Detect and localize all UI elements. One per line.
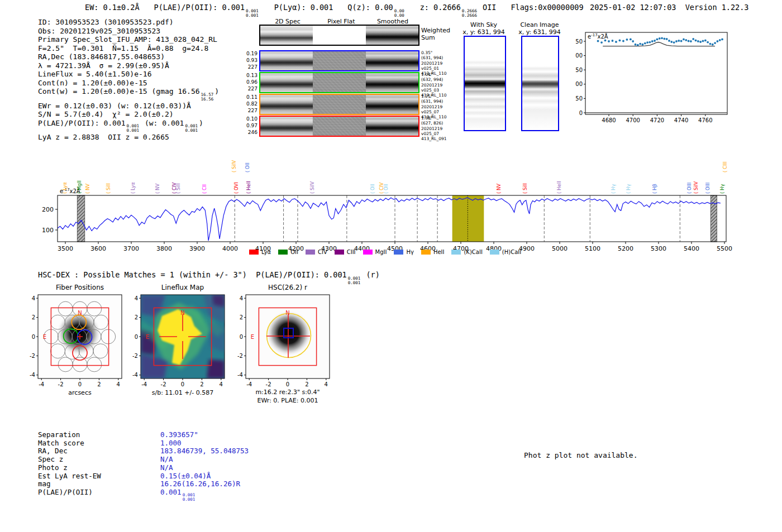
legend-item: CIII bbox=[335, 249, 356, 255]
data-point bbox=[688, 40, 690, 42]
hsc-caption-1: m:16.2 re:2.3" s:0.4" bbox=[255, 389, 320, 396]
x-tick-label: 3900 bbox=[189, 245, 205, 252]
inset-y-tick: 50 bbox=[575, 95, 583, 102]
north-label: N bbox=[180, 310, 184, 316]
match-table-row: P(LAE)/P(OII)0.0010.0010.001 bbox=[38, 488, 249, 502]
panel-y-tick: 4 bbox=[32, 295, 35, 301]
legend-item: Hγ bbox=[394, 249, 413, 255]
emission-line-label: ( OII bbox=[245, 162, 250, 172]
data-point bbox=[675, 40, 678, 42]
report-header-stats: EW: 0.1±0.2ÅP(LAE)/P(OII): 0.0010.0010.0… bbox=[85, 3, 598, 18]
legend-swatch bbox=[335, 250, 344, 255]
inset-y-tick: 200 bbox=[575, 52, 583, 59]
inset-y-tick: 0 bbox=[579, 110, 583, 116]
info-line: LineFlux = 5.40(±1.50)e-16 bbox=[38, 70, 219, 79]
lineflux-map-panel: Lineflux Map-4-4-2-2002244NEs/b: 11.01 +… bbox=[125, 282, 237, 401]
emission-line-label: ( OVI bbox=[233, 182, 239, 194]
emission-line-label: ( SiII bbox=[175, 183, 181, 194]
panel-y-tick: 0 bbox=[32, 334, 35, 340]
legend-item: (K)CaII bbox=[451, 249, 482, 255]
stacked-fraction: 0.0010.001 bbox=[348, 276, 361, 285]
inset-x-tick: 4680 bbox=[602, 117, 616, 123]
match-row-label: mag bbox=[38, 480, 160, 488]
panel-y-tick: 2 bbox=[135, 314, 138, 320]
inset-y-tick: 250 bbox=[575, 39, 583, 45]
data-point bbox=[668, 40, 670, 42]
info-line: λ = 4721.39Å σ = 2.99(±0.95)Å bbox=[38, 61, 219, 70]
data-point bbox=[651, 40, 654, 42]
panel-y-tick: -2 bbox=[237, 353, 243, 359]
hsc-cutout-panel: HSC(26.2) r-4-4-2-2002244NEm:16.2 re:2.3… bbox=[230, 282, 342, 409]
panel-x-tick: -4 bbox=[246, 381, 252, 387]
legend-item: Lyα bbox=[249, 249, 271, 255]
inset-unit-label: e-17x2Å bbox=[588, 33, 608, 40]
info-line: F=2.5" T=0.301 N̄=1.15 Ā=0.88 g=24.8 bbox=[38, 44, 219, 53]
emission-line-label: ( HeII bbox=[246, 181, 251, 194]
cutout-smoothimg bbox=[366, 117, 418, 136]
photz-note: Phot z plot not available. bbox=[524, 451, 638, 459]
stacked-fraction: 0.000.00 bbox=[394, 9, 404, 18]
emission-line-label: ( SiII bbox=[106, 183, 111, 194]
inset-y-tick: 150 bbox=[575, 67, 583, 73]
data-point bbox=[717, 40, 719, 42]
panel-title: Fiber Positions bbox=[56, 284, 104, 291]
info-line: EWr = 0.12(±0.03) (w: 0.12(±0.03))Å bbox=[38, 102, 219, 111]
match-row-value: 0.15(±0.04)Å bbox=[160, 472, 211, 481]
y-tick-label: 200 bbox=[42, 206, 54, 213]
match-row-value: 0.393657" bbox=[160, 431, 198, 439]
data-point bbox=[649, 41, 651, 44]
data-point bbox=[637, 44, 639, 46]
data-point bbox=[619, 40, 621, 42]
cutout-row-images bbox=[259, 94, 419, 115]
panel-y-tick: -4 bbox=[237, 372, 243, 378]
report-datetime: 2025-01-02 12:07:03 bbox=[590, 3, 676, 12]
data-point bbox=[659, 37, 661, 40]
match-row-value: 183.846739, 55.048753 bbox=[160, 447, 249, 456]
data-point bbox=[666, 38, 668, 40]
data-point bbox=[719, 39, 721, 41]
inset-x-tick: 4760 bbox=[698, 117, 712, 123]
panel-xlabel: arcsecs bbox=[68, 389, 92, 396]
emission-line-label: ( HeII bbox=[556, 181, 562, 194]
match-row-label: RA, Dec bbox=[38, 447, 160, 456]
inset-x-tick: 4720 bbox=[650, 117, 664, 123]
legend-swatch bbox=[278, 250, 288, 255]
data-point bbox=[680, 40, 683, 42]
cutout-row-images bbox=[259, 72, 419, 93]
panel-y-tick: 2 bbox=[32, 314, 35, 320]
emission-line-label: ( OII bbox=[383, 184, 389, 194]
header-stat: EW: 0.1±0.2Å bbox=[85, 3, 140, 12]
x-tick-label: 5300 bbox=[651, 245, 666, 252]
panel-x-tick: 2 bbox=[97, 381, 101, 387]
match-row-value: N/A bbox=[160, 464, 173, 472]
stacked-fraction: 0.0010.001 bbox=[183, 493, 196, 502]
emission-line-label: ( SiIV bbox=[693, 181, 699, 194]
legend-swatch bbox=[249, 250, 259, 255]
x-tick-label: 5500 bbox=[717, 245, 732, 252]
data-point bbox=[656, 39, 659, 41]
panel-y-tick: 2 bbox=[240, 314, 243, 320]
emission-line-label: ( Lyα bbox=[130, 182, 136, 194]
data-point bbox=[685, 39, 687, 41]
catalog-match-table: Separation0.393657"Match score1.000RA, D… bbox=[38, 431, 249, 502]
legend-item: (H)CaII bbox=[490, 249, 521, 255]
emission-line-label: ( NV bbox=[85, 184, 90, 194]
cutout-spec2d bbox=[260, 73, 313, 92]
data-point bbox=[704, 40, 707, 42]
header-stat: P(LAE)/P(OII): 0.0010.0010.001 bbox=[154, 3, 260, 12]
emission-line-label: ( CII bbox=[202, 184, 207, 194]
cutout-spec2d bbox=[260, 95, 313, 114]
cutout-row-weights: 0.100.97246 bbox=[244, 116, 258, 136]
panel-x-tick: 2 bbox=[305, 381, 308, 387]
emission-line-label: ( OIII bbox=[686, 183, 692, 194]
emission-line-label: ( Hβ bbox=[652, 184, 657, 194]
data-point bbox=[646, 41, 649, 44]
east-label: E bbox=[146, 334, 149, 340]
emission-line-label: ( SiIV bbox=[231, 160, 237, 172]
legend-item: OII bbox=[278, 249, 298, 255]
panel-x-tick: 4 bbox=[117, 381, 120, 387]
match-row-value: N/A bbox=[160, 456, 173, 464]
panel-x-tick: 0 bbox=[78, 381, 82, 387]
match-table-row: Separation0.393657" bbox=[38, 431, 249, 439]
full-spectrum-chart: 3500360037003800390040004100420043004400… bbox=[0, 155, 760, 259]
